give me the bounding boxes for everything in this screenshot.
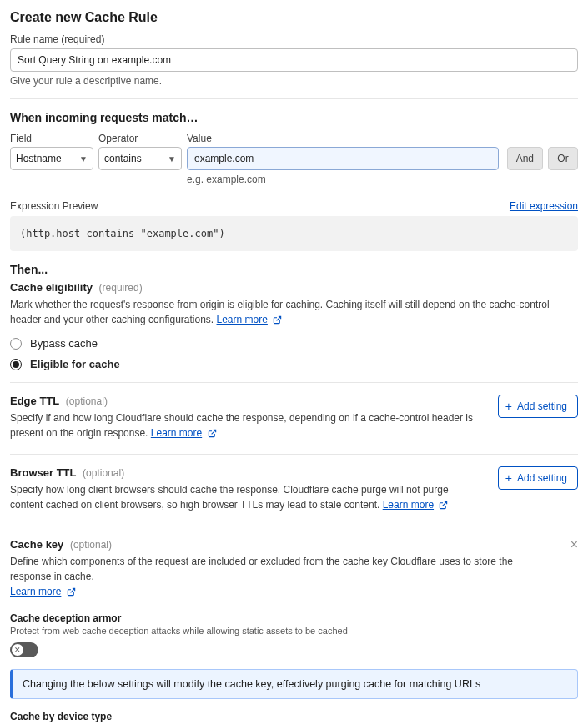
- cache-key-close-button[interactable]: ×: [570, 538, 578, 551]
- divider: [10, 98, 578, 99]
- operator-select[interactable]: contains ▼: [98, 147, 182, 170]
- rule-name-label: Rule name (required): [10, 33, 578, 45]
- value-label: Value: [187, 133, 499, 144]
- svg-line-2: [443, 501, 447, 506]
- edge-ttl-title: Edge TTL: [10, 395, 59, 407]
- external-link-icon: [67, 586, 76, 601]
- eligible-for-cache-label: Eligible for cache: [30, 358, 120, 370]
- browser-ttl-tag: (optional): [83, 467, 124, 479]
- svg-line-3: [70, 588, 74, 592]
- operator-select-value: contains: [104, 153, 142, 164]
- eligible-for-cache-radio[interactable]: [10, 359, 22, 370]
- rule-name-input[interactable]: [10, 48, 578, 72]
- cache-key-tag: (optional): [70, 539, 112, 551]
- svg-line-1: [211, 430, 215, 434]
- expression-preview-code: (http.host contains "example.com"): [10, 216, 578, 251]
- external-link-icon: [439, 499, 448, 514]
- external-link-icon: [273, 314, 282, 329]
- edit-expression-link[interactable]: Edit expression: [510, 200, 578, 212]
- cache-deception-desc: Protect from web cache deception attacks…: [10, 626, 578, 636]
- external-link-icon: [208, 427, 217, 442]
- operator-label: Operator: [98, 133, 182, 144]
- edge-ttl-add-setting-button[interactable]: + Add setting: [498, 395, 578, 418]
- divider: [10, 526, 578, 526]
- chevron-down-icon: ▼: [79, 154, 88, 164]
- cache-eligibility-tag: (required): [99, 282, 143, 294]
- match-heading: When incoming requests match…: [10, 111, 578, 124]
- or-button[interactable]: Or: [548, 147, 578, 170]
- divider: [10, 382, 578, 383]
- svg-line-0: [277, 316, 281, 320]
- edge-ttl-learn-more-link[interactable]: Learn more: [151, 427, 202, 439]
- browser-ttl-title: Browser TTL: [10, 466, 76, 479]
- cache-key-desc: Define which components of the request a…: [10, 554, 554, 601]
- divider: [10, 454, 578, 455]
- page-title: Create new Cache Rule: [10, 10, 578, 25]
- value-input[interactable]: [187, 147, 499, 170]
- cache-key-learn-more-link[interactable]: Learn more: [10, 586, 61, 597]
- cache-deception-title: Cache deception armor: [10, 612, 578, 624]
- cache-eligibility-desc: Mark whether the request's response from…: [10, 297, 578, 329]
- browser-ttl-add-setting-button[interactable]: + Add setting: [498, 466, 578, 490]
- cache-eligibility-learn-more-link[interactable]: Learn more: [217, 314, 268, 325]
- field-label: Field: [10, 133, 93, 144]
- browser-ttl-desc: Specify how long client browsers should …: [10, 482, 481, 514]
- toggle-knob: ✕: [12, 644, 23, 656]
- chevron-down-icon: ▼: [168, 154, 176, 164]
- and-button[interactable]: And: [507, 147, 543, 170]
- expression-preview-label: Expression Preview: [10, 200, 98, 212]
- bypass-cache-label: Bypass cache: [30, 337, 98, 350]
- cache-deception-toggle[interactable]: ✕: [10, 642, 38, 657]
- plus-icon: +: [505, 472, 512, 484]
- rule-name-help: Give your rule a descriptive name.: [10, 75, 578, 87]
- field-select-value: Hostname: [16, 153, 62, 164]
- edge-ttl-tag: (optional): [66, 395, 108, 407]
- cache-eligibility-title: Cache eligibility: [10, 281, 93, 294]
- then-heading: Then...: [10, 263, 578, 276]
- plus-icon: +: [505, 400, 512, 412]
- browser-ttl-learn-more-link[interactable]: Learn more: [383, 499, 434, 511]
- bypass-cache-radio[interactable]: [10, 338, 22, 350]
- field-select[interactable]: Hostname ▼: [10, 147, 93, 170]
- value-help: e.g. example.com: [187, 174, 578, 185]
- edge-ttl-desc: Specify if and how long Cloudflare shoul…: [10, 410, 481, 442]
- cache-by-device-title: Cache by device type: [10, 711, 578, 722]
- cache-key-warning-banner: Changing the below settings will modify …: [10, 669, 578, 699]
- cache-key-title: Cache key: [10, 538, 63, 551]
